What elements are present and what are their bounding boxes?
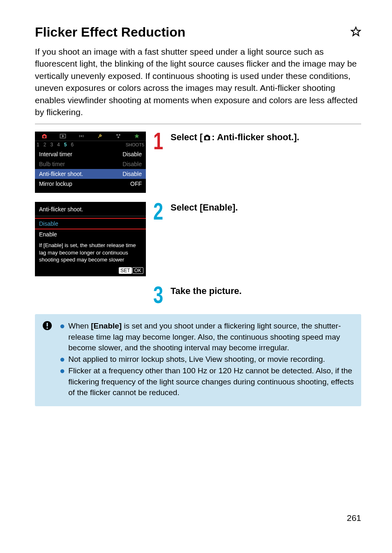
menu-row-bulb: Bulb timerDisable	[35, 159, 146, 169]
sc2-header: Anti-flicker shoot.	[35, 202, 146, 216]
wrench-icon	[90, 132, 109, 141]
step-3-text: Take the picture.	[171, 285, 242, 297]
step-2-text: Select [Enable].	[171, 202, 238, 213]
svg-rect-11	[47, 323, 48, 326]
set-ok-button: SETOK	[35, 267, 146, 276]
page-number: 261	[35, 513, 361, 523]
note-bullet-2: ● Not applied to mirror lockup shots, Li…	[60, 354, 354, 365]
svg-rect-7	[118, 137, 119, 139]
page-title: Flicker Effect Reduction	[35, 25, 185, 40]
svg-rect-5	[116, 134, 118, 136]
sc2-hint: If [Enable] is set, the shutter release …	[35, 239, 146, 267]
tab-label: SHOOT5	[126, 142, 144, 147]
option-enable: Enable	[35, 229, 146, 239]
camera-icon	[203, 132, 212, 144]
custom-icon	[109, 132, 127, 141]
svg-point-12	[46, 328, 48, 329]
step-number-2: 2	[153, 202, 164, 221]
subtab-6: 6	[71, 142, 74, 148]
play-icon	[53, 132, 72, 141]
svg-marker-8	[134, 134, 139, 139]
subtab-2: 2	[44, 142, 46, 148]
svg-point-4	[81, 136, 82, 137]
menu-row-antiflicker: Anti-flicker shoot.Disable	[35, 169, 146, 179]
step-number-1: 1	[153, 132, 164, 150]
caution-icon	[42, 321, 52, 399]
option-disable: Disable	[35, 218, 146, 229]
svg-rect-6	[119, 134, 120, 136]
svg-point-1	[43, 136, 45, 138]
subtab-1: 1	[37, 142, 39, 148]
mymenu-star-icon	[127, 132, 146, 141]
subtab-4: 4	[57, 142, 60, 148]
camera-icon	[35, 132, 53, 141]
svg-marker-0	[351, 27, 360, 36]
star-icon	[350, 26, 361, 39]
subtab-3: 3	[50, 142, 53, 148]
note-bullet-3: ● Flicker at a frequency other than 100 …	[60, 366, 354, 398]
svg-marker-3	[62, 135, 64, 137]
wireless-icon	[72, 132, 90, 141]
intro-paragraph: If you shoot an image with a fast shutte…	[35, 46, 361, 118]
divider	[35, 124, 361, 124]
step-1-text: Select [: Anti-flicker shoot.].	[171, 132, 299, 144]
menu-row-interval: Interval timerDisable	[35, 149, 146, 159]
caution-box: ● When [Enable] is set and you shoot und…	[35, 314, 361, 406]
step-number-3: 3	[153, 285, 164, 304]
note-bullet-1: ● When [Enable] is set and you shoot und…	[60, 321, 354, 353]
subtab-5: 5	[64, 142, 67, 148]
svg-point-9	[206, 137, 209, 140]
camera-menu-screenshot-1: 1 2 3 4 5 6 SHOOT5 Interval timerDisable…	[35, 132, 146, 193]
camera-menu-screenshot-2: Anti-flicker shoot. Disable Enable If [E…	[35, 202, 146, 276]
menu-row-mirror: Mirror lockupOFF	[35, 179, 146, 189]
